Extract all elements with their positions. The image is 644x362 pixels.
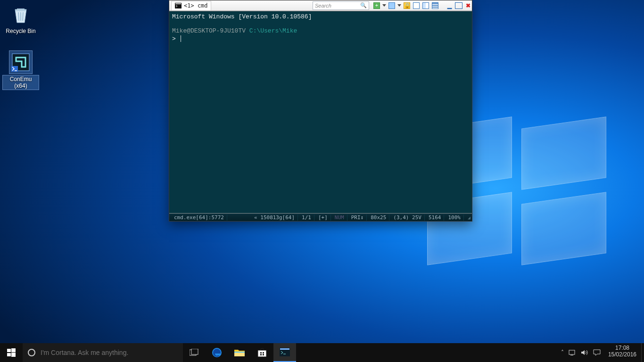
maximize-button[interactable] [455, 2, 462, 9]
lock-button[interactable]: 🔒 [403, 2, 411, 9]
desktop-icon-conemu[interactable]: ConEmu (x64) [3, 51, 39, 90]
layout-single-button[interactable] [413, 2, 420, 9]
status-cursor: (3,4) 25V [390, 214, 425, 221]
conemu-icon [9, 51, 32, 74]
svg-rect-17 [263, 352, 264, 354]
windows-logo-icon [7, 348, 16, 357]
svg-rect-14 [258, 350, 266, 357]
window-mode-button[interactable] [388, 2, 396, 9]
clock-time: 17:08 [608, 345, 636, 352]
conemu-tab-1[interactable]: <1> cmd [171, 1, 211, 10]
task-view-button[interactable] [183, 343, 206, 362]
taskbar: ˄ 17:08 15/02/2016 [0, 343, 644, 362]
taskbar-app-conemu[interactable] [273, 343, 296, 362]
window-mode-dropdown[interactable] [397, 4, 401, 7]
store-icon [257, 347, 267, 358]
svg-rect-5 [11, 348, 16, 352]
conemu-tab-label: <1> cmd [184, 2, 208, 9]
start-button[interactable] [0, 343, 23, 362]
cmd-icon [174, 2, 182, 9]
search-icon: 🔍 [360, 2, 367, 8]
terminal-line: Microsoft Windows [Version 10.0.10586] [172, 13, 469, 21]
new-console-dropdown[interactable] [382, 4, 386, 7]
terminal-area[interactable]: Microsoft Windows [Version 10.0.10586] M… [169, 11, 472, 214]
search-placeholder: Search [315, 3, 331, 8]
tray-overflow-icon[interactable]: ˄ [561, 349, 564, 356]
folder-icon [234, 348, 245, 357]
terminal-caret [181, 35, 181, 42]
desktop-icon-recycle-bin[interactable]: Recycle Bin [3, 3, 39, 35]
svg-rect-16 [260, 352, 262, 354]
prompt-user-host: Mike@DESKTOP-9JU10TV [172, 27, 246, 34]
status-num: NUM [332, 214, 347, 221]
svg-rect-7 [11, 353, 16, 357]
taskbar-clock[interactable]: 17:08 15/02/2016 [603, 343, 641, 362]
terminal-input-line[interactable]: > [172, 35, 469, 43]
status-process: cmd.exe[64]:5772 [171, 214, 227, 221]
taskbar-app-edge[interactable] [206, 343, 228, 362]
volume-icon[interactable] [581, 349, 588, 356]
conemu-search-input[interactable]: Search 🔍 [313, 1, 369, 10]
svg-rect-13 [234, 352, 245, 353]
cortana-icon [27, 348, 36, 357]
clock-date: 15/02/2016 [608, 352, 636, 358]
status-zoom: 100% [445, 214, 464, 221]
network-icon[interactable] [569, 349, 576, 356]
system-tray[interactable]: ˄ [556, 343, 603, 362]
conemu-statusbar: cmd.exe[64]:5772 « 150813g[64] 1/1 [+] N… [169, 214, 472, 221]
show-desktop-button[interactable] [641, 343, 644, 362]
svg-rect-3 [175, 3, 181, 4]
edge-icon [211, 347, 223, 358]
status-build: « 150813g[64] [251, 214, 298, 221]
conemu-titlebar[interactable]: <1> cmd Search 🔍 + 🔒 ▁ ✖ [169, 0, 472, 11]
cortana-search[interactable] [23, 343, 183, 362]
taskbar-app-store[interactable] [251, 343, 273, 362]
status-plus[interactable]: [+] [315, 214, 331, 221]
desktop-icon-label: Recycle Bin [5, 27, 36, 35]
svg-rect-10 [191, 349, 198, 354]
terminal-prompt-line: Mike@DESKTOP-9JU10TV C:\Users\Mike [172, 27, 469, 35]
layout-list-button[interactable] [431, 2, 439, 9]
conemu-window: <1> cmd Search 🔍 + 🔒 ▁ ✖ Microsoft Windo… [169, 0, 472, 222]
prompt-symbol: > [172, 35, 176, 42]
svg-rect-21 [280, 348, 289, 350]
cortana-search-input[interactable] [41, 349, 178, 356]
status-pid: 5164 [426, 214, 445, 221]
new-console-button[interactable]: + [373, 2, 380, 9]
svg-rect-18 [260, 354, 262, 355]
svg-rect-6 [7, 353, 11, 356]
layout-split-button[interactable] [422, 2, 429, 9]
close-button[interactable]: ✖ [464, 2, 472, 9]
recycle-bin-icon [9, 3, 32, 25]
action-center-icon[interactable] [593, 349, 601, 356]
status-priority: PRI↕ [348, 214, 367, 221]
minimize-button[interactable]: ▁ [446, 2, 453, 9]
status-console-count: 1/1 [299, 214, 314, 221]
prompt-path: C:\Users\Mike [249, 27, 297, 34]
resize-grip[interactable]: ◢ [465, 215, 470, 220]
svg-rect-22 [569, 350, 575, 354]
conemu-taskbar-icon [280, 348, 290, 356]
status-size: 80x25 [368, 214, 389, 221]
desktop-icon-label: ConEmu (x64) [3, 75, 39, 90]
svg-rect-4 [7, 349, 11, 352]
svg-rect-19 [263, 354, 264, 355]
svg-rect-23 [570, 355, 573, 355]
task-view-icon [190, 349, 199, 356]
svg-point-8 [28, 349, 35, 356]
taskbar-app-explorer[interactable] [228, 343, 251, 362]
